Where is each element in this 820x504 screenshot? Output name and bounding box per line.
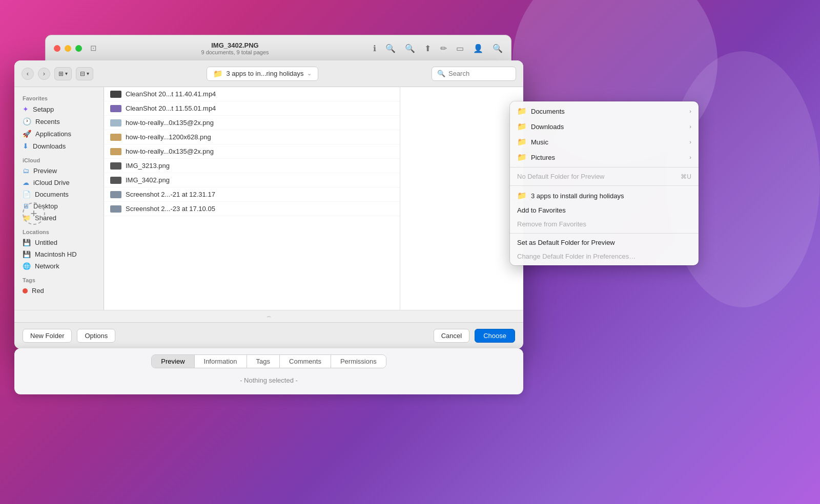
documents-label: Documents [35, 191, 69, 198]
tab-preview[interactable]: Preview [152, 355, 194, 368]
collapse-handle[interactable]: ⌢ [14, 310, 523, 322]
grid-view-toggle[interactable]: ⊟ ▾ [76, 67, 93, 80]
preview-zoom-out-icon[interactable]: 🔍 [385, 44, 396, 53]
traffic-light-green[interactable] [75, 45, 82, 52]
search-box[interactable]: 🔍 [432, 67, 516, 81]
file-item-2[interactable]: CleanShot 20...t 11.55.01.mp4 [104, 101, 400, 116]
file-item-7[interactable]: IMG_3402.png [104, 173, 400, 187]
inspector-nothing-selected: - Nothing selected - [23, 373, 515, 387]
new-folder-button[interactable]: New Folder [23, 329, 72, 343]
preview-file-subtitle: 9 documents, 9 total pages [101, 49, 369, 55]
ctx-item-music[interactable]: 📁 Music › [510, 134, 699, 150]
sidebar-item-downloads[interactable]: ⬇ Downloads [16, 140, 101, 152]
choose-button[interactable]: Choose [475, 329, 515, 343]
traffic-light-red[interactable] [54, 45, 60, 52]
grid-view-arrow: ▾ [87, 71, 89, 76]
sidebar-section-locations: Locations [14, 224, 104, 237]
preview-zoom-in-icon[interactable]: 🔍 [405, 44, 415, 53]
tab-information[interactable]: Information [195, 355, 247, 368]
preview-markup-icon[interactable]: ✏ [440, 44, 447, 53]
folder-breadcrumb[interactable]: 📁 3 apps to in...ring holidays ⌄ [207, 67, 318, 81]
file-name-5: how-to-really...0x135@2x.png [126, 148, 214, 155]
sidebar-item-macintosh-hd[interactable]: 💾 Macintosh HD [16, 248, 101, 260]
cancel-button[interactable]: Cancel [434, 329, 469, 343]
grid-view-icon: ⊟ [80, 70, 85, 77]
sidebar-item-recents[interactable]: 🕐 Recents [16, 115, 101, 128]
breadcrumb-folder-name: 3 apps to in...ring holidays [226, 70, 303, 77]
documents-icon: 📄 [23, 191, 31, 198]
ctx-add-favorites-label: Add to Favorites [517, 206, 566, 214]
file-name-8: Screenshot 2...-21 at 12.31.17 [126, 191, 215, 198]
ctx-documents-arrow: › [689, 108, 691, 114]
ctx-separator-2 [510, 185, 699, 186]
tab-permissions[interactable]: Permissions [331, 355, 386, 368]
column-view-arrow: ▾ [65, 71, 68, 76]
sidebar-item-red-tag[interactable]: Red [16, 285, 101, 297]
open-dialog: ‹ › ⊞ ▾ ⊟ ▾ 📁 3 apps to in...ring holida… [14, 60, 523, 349]
ctx-item-downloads[interactable]: 📁 Downloads › [510, 119, 699, 134]
file-item-3[interactable]: how-to-really...0x135@2x.png [104, 116, 400, 130]
file-name-1: CleanShot 20...t 11.40.41.mp4 [126, 90, 216, 98]
window-view-toggle-icon: ⊡ [90, 44, 97, 53]
ctx-change-default-label: Change Default Folder in Preferences… [517, 253, 636, 260]
ctx-item-folder-current[interactable]: 📁 3 apps to install during holidays [510, 188, 699, 203]
add-sidebar-item-button[interactable]: + [23, 202, 45, 225]
ctx-item-change-default: Change Default Folder in Preferences… [510, 249, 699, 263]
ctx-item-pictures[interactable]: 📁 Pictures › [510, 150, 699, 165]
traffic-light-yellow[interactable] [65, 45, 71, 52]
tab-tags[interactable]: Tags [247, 355, 280, 368]
breadcrumb-folder-icon: 📁 [213, 69, 223, 78]
sidebar-item-untitled[interactable]: 💾 Untitled [16, 237, 101, 248]
sidebar-item-applications[interactable]: 🚀 Applications [16, 128, 101, 140]
file-item-6[interactable]: IMG_3213.png [104, 159, 400, 173]
file-name-3: how-to-really...0x135@2x.png [126, 119, 214, 127]
inspector-panel: Preview Information Tags Comments Permis… [14, 348, 523, 394]
column-view-toggle[interactable]: ⊞ ▾ [54, 67, 72, 80]
sidebar: Favorites ✦ Setapp 🕐 Recents 🚀 Applicati… [14, 87, 104, 310]
untitled-label: Untitled [35, 239, 57, 246]
ctx-folder-current-label: 3 apps to install during holidays [531, 192, 624, 200]
file-item-5[interactable]: how-to-really...0x135@2x.png [104, 144, 400, 159]
dialog-toolbar: ‹ › ⊞ ▾ ⊟ ▾ 📁 3 apps to in...ring holida… [14, 60, 523, 87]
setapp-label: Setapp [33, 106, 54, 113]
macintosh-hd-icon: 💾 [23, 250, 31, 258]
file-item-4[interactable]: how-to-really...1200x628.png [104, 130, 400, 144]
ctx-no-default-label: No Default Folder for Preview [517, 173, 605, 180]
ctx-item-add-favorites[interactable]: Add to Favorites [510, 203, 699, 217]
icloud-drive-icon: ☁ [23, 179, 29, 186]
search-input[interactable] [448, 70, 510, 77]
dialog-footer: New Folder Options Cancel Choose [14, 322, 523, 349]
ctx-downloads-label: Downloads [531, 123, 564, 131]
back-button[interactable]: ‹ [22, 68, 34, 80]
preview-label: Preview [33, 167, 57, 175]
preview-info-icon[interactable]: ℹ [373, 44, 376, 53]
forward-button[interactable]: › [38, 68, 50, 80]
sidebar-item-setapp[interactable]: ✦ Setapp [16, 103, 101, 115]
search-box-icon: 🔍 [437, 70, 445, 77]
file-item-8[interactable]: Screenshot 2...-21 at 12.31.17 [104, 187, 400, 202]
preview-file-title: IMG_3402.PNG [101, 41, 369, 49]
preview-pane [400, 87, 523, 310]
ctx-documents-label: Documents [531, 108, 565, 115]
ctx-item-set-default[interactable]: Set as Default Folder for Preview [510, 236, 699, 249]
file-item-9[interactable]: Screenshot 2...-23 at 17.10.05 [104, 202, 400, 216]
ctx-separator-1 [510, 167, 699, 167]
preview-share-icon[interactable]: ⬆ [424, 44, 431, 53]
sidebar-item-network[interactable]: 🌐 Network [16, 260, 101, 272]
applications-icon: 🚀 [23, 130, 31, 138]
ctx-pictures-arrow: › [689, 154, 691, 160]
ctx-music-label: Music [531, 138, 548, 146]
preview-sidebar-icon[interactable]: ▭ [456, 44, 464, 53]
file-item-1[interactable]: CleanShot 20...t 11.40.41.mp4 [104, 87, 400, 101]
sidebar-item-preview[interactable]: 🗂 Preview [16, 165, 101, 177]
ctx-item-documents[interactable]: 📁 Documents › [510, 103, 699, 119]
preview-contact-icon[interactable]: 👤 [473, 44, 483, 53]
preview-search-icon[interactable]: 🔍 [493, 44, 503, 53]
sidebar-item-documents[interactable]: 📄 Documents [16, 188, 101, 200]
preview-window-bar: ⊡ IMG_3402.PNG 9 documents, 9 total page… [45, 35, 511, 61]
ctx-pictures-icon: 📁 [517, 153, 527, 162]
red-tag-dot [23, 288, 28, 293]
sidebar-item-icloud-drive[interactable]: ☁ iCloud Drive [16, 177, 101, 188]
tab-comments[interactable]: Comments [280, 355, 331, 368]
options-button[interactable]: Options [77, 329, 115, 343]
